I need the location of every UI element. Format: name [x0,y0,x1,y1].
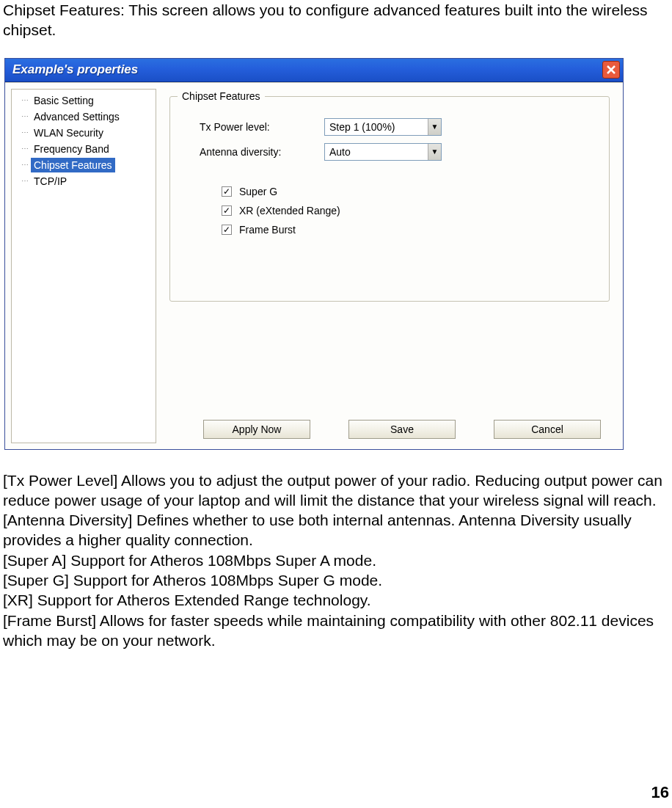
tree-item[interactable]: ⋯WLAN Security [12,125,156,141]
checkbox-row[interactable]: ✓Frame Burst [222,220,594,239]
chipset-features-group: Chipset Features Tx Power level: Step 1 … [169,96,610,302]
tx-power-value: Step 1 (100%) [329,120,395,134]
intro-paragraph: Chipset Features: This screen allows you… [3,0,669,40]
tree-item[interactable]: ⋯Basic Setting [12,92,156,109]
checkbox[interactable]: ✓ [222,205,232,216]
tree-branch-icon: ⋯ [15,160,28,170]
tree-branch-icon: ⋯ [15,128,28,137]
tree-item-label: Advanced Settings [31,109,123,124]
tree-branch-icon: ⋯ [15,144,28,153]
save-button[interactable]: Save [348,420,456,439]
description-line: [Frame Burst] Allows for faster speeds w… [3,611,669,651]
nav-tree: ⋯Basic Setting⋯Advanced Settings⋯WLAN Se… [11,89,156,443]
tree-item-label: Basic Setting [31,93,97,108]
checkbox-row[interactable]: ✓XR (eXtended Range) [222,201,594,220]
checkbox[interactable]: ✓ [222,186,232,197]
antenna-row: Antenna diversity: Auto ▼ [200,139,594,164]
chevron-down-icon: ▼ [428,144,441,160]
group-title: Chipset Features [178,90,265,103]
tree-item[interactable]: ⋯Advanced Settings [12,109,156,125]
description-line: [Tx Power Level] Allows you to adjust th… [3,470,669,511]
description-line: [XR] Support for Atheros Extended Range … [3,590,669,610]
checkbox-label: XR (eXtended Range) [239,204,340,217]
close-button[interactable] [602,61,620,79]
antenna-label: Antenna diversity: [200,145,324,159]
button-bar: Apply Now Save Cancel [156,420,623,439]
description-block: [Tx Power Level] Allows you to adjust th… [3,470,669,651]
tree-item[interactable]: ⋯Frequency Band [12,141,156,157]
tree-item-label: Frequency Band [31,142,112,156]
cancel-button[interactable]: Cancel [494,420,601,439]
tree-item[interactable]: ⋯TCP/IP [12,173,156,189]
description-line: [Super G] Support for Atheros 108Mbps Su… [3,570,669,590]
tree-item-label: TCP/IP [31,174,70,189]
chevron-down-icon: ▼ [428,119,441,135]
tx-power-row: Tx Power level: Step 1 (100%) ▼ [200,114,594,139]
titlebar: Example's properties [5,59,623,82]
tree-branch-icon: ⋯ [15,112,28,121]
apply-button[interactable]: Apply Now [203,420,310,439]
tree-item-label: WLAN Security [31,125,106,140]
antenna-dropdown[interactable]: Auto ▼ [324,143,442,161]
checkbox-label: Super G [239,185,277,198]
antenna-value: Auto [329,145,351,159]
page-number: 16 [3,782,669,804]
tree-item[interactable]: ⋯Chipset Features [12,157,156,173]
tree-item-label: Chipset Features [31,158,115,172]
tree-branch-icon: ⋯ [15,176,28,186]
description-line: [Super A] Support for Atheros 108Mbps Su… [3,550,669,570]
close-icon [607,65,616,74]
content-panel: Chipset Features Tx Power level: Step 1 … [156,83,623,449]
tree-branch-icon: ⋯ [15,95,28,105]
checkbox-row[interactable]: ✓Super G [222,182,594,201]
checkbox-label: Frame Burst [239,223,296,236]
window-title: Example's properties [12,62,138,78]
tx-power-label: Tx Power level: [200,120,324,134]
checkbox[interactable]: ✓ [222,225,232,235]
description-line: [Antenna Diversity] Defines whether to u… [3,510,669,550]
tx-power-dropdown[interactable]: Step 1 (100%) ▼ [324,118,442,136]
properties-dialog: Example's properties ⋯Basic Setting⋯Adva… [4,58,624,450]
